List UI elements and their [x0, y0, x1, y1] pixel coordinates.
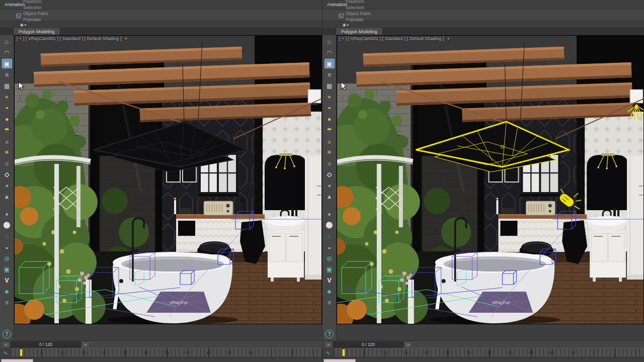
- viewport-funnel-icon[interactable]: ▼: [124, 37, 128, 41]
- polygon-modeling-tab[interactable]: Polygon Modeling: [14, 28, 59, 35]
- vray-sphere-light-icon[interactable]: ●: [2, 114, 12, 124]
- viewport-funnel-icon[interactable]: ▼: [446, 37, 450, 41]
- material-sphere-icon[interactable]: ⚪: [2, 220, 12, 230]
- list-lines-icon[interactable]: ≡: [325, 298, 335, 307]
- frame-prev-button[interactable]: <: [2, 341, 10, 348]
- teapot-icon[interactable]: ♨: [2, 37, 12, 46]
- ribbon-overflow-icon[interactable]: ▣ ▾: [340, 23, 376, 28]
- viewport-label[interactable]: [ + ] [ VRayCam001 ] [ Standard ] [ Defa…: [339, 36, 450, 41]
- sphere-plane-icon[interactable]: ◎: [325, 253, 335, 263]
- ribbon-tab-freeform[interactable]: Freeform: [17, 0, 54, 5]
- camera-icon[interactable]: ▦: [325, 81, 335, 90]
- vray-logo-icon[interactable]: V: [2, 276, 12, 285]
- vray-dome-light-icon[interactable]: ◓: [2, 103, 12, 113]
- layer-list-icon[interactable]: ≡: [2, 70, 12, 79]
- ribbon-tab-freeform[interactable]: Freeform: [340, 0, 376, 5]
- display-toggle-icon[interactable]: ▣: [2, 59, 12, 68]
- cube-primitive-icon[interactable]: ◇: [325, 169, 335, 179]
- ribbon-tab-bar: ModelingFreeformSelectionObject PaintPop…: [323, 21, 644, 28]
- viewport[interactable]: VRayFur: [14, 35, 322, 324]
- ribbon-tab-populate[interactable]: Populate: [340, 17, 376, 23]
- camera-icon[interactable]: ▦: [2, 81, 12, 90]
- vray-fire-icon[interactable]: ♦: [325, 209, 335, 219]
- mouse-cursor: [341, 81, 644, 362]
- ribbon-tab-bar: ModelingFreeformSelectionObject PaintPop…: [0, 21, 322, 28]
- vray-mesh-light-icon[interactable]: ▵: [325, 136, 335, 146]
- vray-vegetation-icon[interactable]: ♣: [2, 287, 12, 296]
- ribbon-tab-selection[interactable]: Selection: [340, 5, 376, 11]
- dual-pane-comparison: FileEditToolsGroupViewsCreateModifiersAn…: [0, 0, 644, 362]
- plane-mountain-icon[interactable]: ▲: [325, 192, 335, 201]
- cube-primitive-icon[interactable]: ◇: [2, 169, 12, 179]
- render-setup-icon[interactable]: ▣: [2, 264, 12, 274]
- list-lines-icon[interactable]: ≡: [2, 298, 12, 307]
- mouse-cursor: [18, 81, 322, 362]
- sphere-swirl-icon[interactable]: ◕: [2, 180, 12, 190]
- viewport-label[interactable]: [ + ] [ VRayCam001 ] [ Standard ] [ Defa…: [17, 36, 128, 41]
- frame-prev-button[interactable]: <: [325, 341, 333, 348]
- ribbon-overflow-icon[interactable]: ▣ ▾: [17, 23, 54, 28]
- vray-umbrella-light-icon[interactable]: ☂: [2, 125, 12, 135]
- help-icon[interactable]: ?: [3, 330, 11, 338]
- sphere-plane-icon[interactable]: ◎: [2, 253, 12, 263]
- ribbon-tab-selection[interactable]: Selection: [17, 5, 54, 11]
- side-toolbar: ♨◠▣≡▦⌖◓●☂▵☀☼◇◕▲♦⚪∴◒◎▣V♣≡?: [323, 35, 337, 340]
- teapot-icon[interactable]: ♨: [325, 37, 335, 46]
- render-setup-icon[interactable]: ▣: [325, 264, 335, 274]
- palette-icon[interactable]: ◒: [325, 242, 335, 252]
- vray-target-light-icon[interactable]: ⌖: [325, 92, 335, 102]
- vray-dome-light-icon[interactable]: ◓: [325, 103, 335, 113]
- material-sphere-icon[interactable]: ⚪: [325, 220, 335, 230]
- track-toggle-button[interactable]: ∿: [0, 348, 12, 357]
- plane-mountain-icon[interactable]: ▲: [2, 192, 12, 201]
- vray-target-light-icon[interactable]: ⌖: [2, 92, 12, 102]
- vray-mesh-light-icon[interactable]: ▵: [2, 136, 12, 146]
- ribbon-tab-populate[interactable]: Populate: [17, 17, 54, 23]
- max-window-right: FileEditToolsGroupViewsCreateModifiersAn…: [322, 0, 644, 362]
- side-toolbar: ♨◠▣≡▦⌖◓●☂▵☀☼◇◕▲♦⚪∴◒◎▣V♣≡?: [0, 35, 14, 340]
- sphere-swirl-icon[interactable]: ◕: [325, 180, 335, 190]
- vray-sun-rays-icon[interactable]: ☼: [325, 158, 335, 168]
- vray-sun-icon[interactable]: ☀: [325, 147, 335, 157]
- display-toggle-icon[interactable]: ▣: [325, 59, 335, 68]
- ribbon-tab-object-paint[interactable]: Object Paint: [17, 11, 54, 17]
- color-dots-icon[interactable]: ∴: [325, 231, 335, 241]
- vray-vegetation-icon[interactable]: ♣: [325, 287, 335, 296]
- help-icon[interactable]: ?: [325, 330, 334, 338]
- side-toolbar-gap[interactable]: [2, 203, 12, 208]
- side-toolbar-gap[interactable]: [325, 203, 335, 208]
- polygon-modeling-tab[interactable]: Polygon Modeling: [337, 28, 382, 35]
- viewport[interactable]: VRayFur: [337, 35, 644, 324]
- max-window-left: FileEditToolsGroupViewsCreateModifiersAn…: [0, 0, 322, 362]
- vray-umbrella-light-icon[interactable]: ☂: [325, 125, 335, 135]
- vray-sphere-light-icon[interactable]: ●: [325, 114, 335, 124]
- layer-list-icon[interactable]: ≡: [325, 70, 335, 79]
- vray-fire-icon[interactable]: ♦: [2, 209, 12, 219]
- ribbon-tab-object-paint[interactable]: Object Paint: [340, 11, 376, 17]
- ribbon-subtab-bar: Polygon Modeling: [323, 28, 644, 35]
- vray-sun-icon[interactable]: ☀: [2, 147, 12, 157]
- palette-icon[interactable]: ◒: [2, 242, 12, 252]
- arc-rotate-icon[interactable]: ◠: [325, 48, 335, 57]
- arc-rotate-icon[interactable]: ◠: [2, 48, 12, 57]
- track-toggle-button[interactable]: ∿: [323, 348, 334, 357]
- ribbon-subtab-bar: Polygon Modeling: [0, 28, 322, 35]
- vray-sun-rays-icon[interactable]: ☼: [2, 158, 12, 168]
- color-dots-icon[interactable]: ∴: [2, 231, 12, 241]
- vray-logo-icon[interactable]: V: [325, 276, 335, 285]
